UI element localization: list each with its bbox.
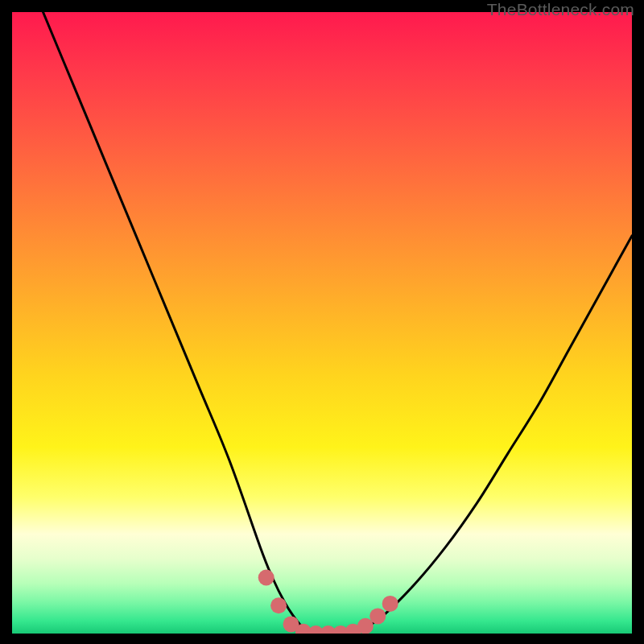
highlight-dot [283, 616, 299, 632]
highlight-dot [295, 624, 312, 634]
bottleneck-curve [43, 12, 633, 634]
highlight-dot [270, 597, 287, 613]
highlight-dot [332, 625, 349, 634]
plot-area [12, 12, 632, 634]
highlight-dot [357, 618, 374, 634]
highlight-dot [308, 625, 324, 634]
highlight-dot [258, 570, 275, 586]
highlight-dot [382, 596, 398, 612]
highlight-dot [320, 625, 336, 634]
watermark-label: TheBottleneck.com [487, 0, 634, 19]
highlight-dots [258, 570, 398, 634]
highlight-dot [345, 624, 361, 634]
chart-svg [12, 12, 632, 634]
highlight-dot [369, 608, 386, 624]
